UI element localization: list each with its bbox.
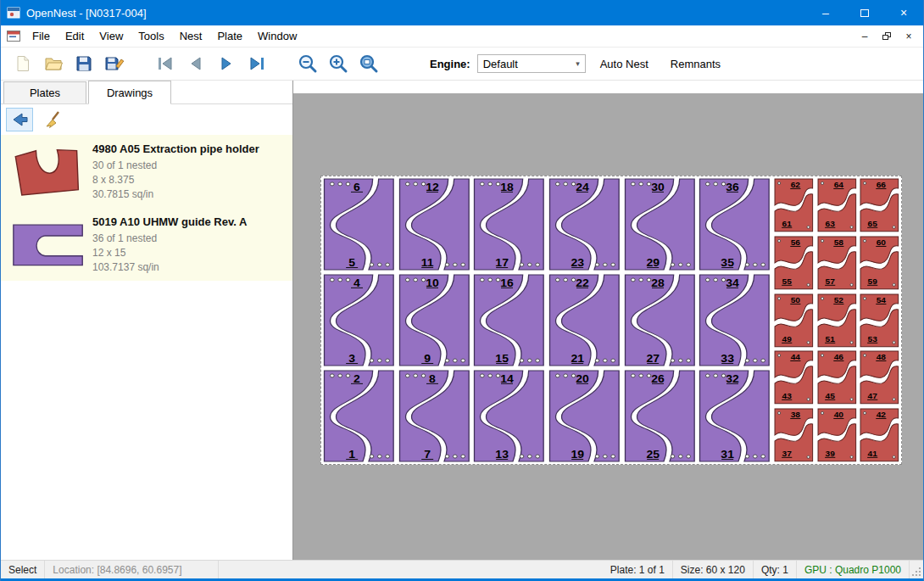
nested-part-pair-red[interactable]: 3837: [772, 406, 815, 464]
part-nested-count: 30 of 1 nested: [92, 159, 289, 173]
mdi-close-button[interactable]: ×: [899, 28, 919, 45]
nest-canvas[interactable]: 6512111817242330293635431091615222128273…: [293, 81, 923, 560]
menu-item-window[interactable]: Window: [250, 25, 304, 47]
nested-part-pair-purple[interactable]: 3635: [697, 176, 772, 272]
nested-part-pair-red[interactable]: 6059: [858, 234, 901, 292]
first-plate-button[interactable]: [150, 50, 181, 77]
svg-text:26: 26: [651, 373, 665, 385]
nested-part-pair-red[interactable]: 4847: [858, 349, 901, 406]
part-info: 5019 A10 UHMW guide Rev. A36 of 1 nested…: [92, 214, 289, 275]
nested-part-pair-purple[interactable]: 3231: [697, 368, 772, 464]
svg-text:30: 30: [651, 182, 665, 193]
part-size: 12 x 15: [92, 246, 289, 260]
nested-part-pair-purple[interactable]: 43: [321, 272, 397, 368]
svg-text:46: 46: [833, 352, 843, 361]
menu-item-nest[interactable]: Nest: [172, 25, 210, 47]
nested-part-pair-red[interactable]: 4241: [858, 406, 901, 464]
save-icon: [75, 55, 92, 72]
select-arrow-button[interactable]: [6, 108, 33, 131]
svg-text:17: 17: [496, 257, 509, 269]
drawing-list: 4980 A05 Extraction pipe holder30 of 1 n…: [1, 135, 292, 560]
chevron-down-icon: ▾: [565, 59, 580, 68]
drawing-list-item[interactable]: 5019 A10 UHMW guide Rev. A36 of 1 nested…: [1, 208, 292, 281]
clean-parts-button[interactable]: [40, 108, 67, 131]
save-as-button[interactable]: [99, 50, 130, 77]
nested-part-pair-purple[interactable]: 21: [321, 368, 397, 464]
menu-item-file[interactable]: File: [25, 25, 58, 47]
nested-part-pair-red[interactable]: 6261: [772, 176, 815, 234]
purple-grid: 6512111817242330293635431091615222128273…: [321, 176, 772, 464]
new-button[interactable]: [8, 50, 38, 77]
nested-part-pair-purple[interactable]: 1211: [397, 176, 472, 272]
nested-part-pair-purple[interactable]: 1817: [471, 176, 547, 272]
svg-text:18: 18: [501, 182, 515, 193]
nested-part-pair-red[interactable]: 4443: [772, 349, 815, 406]
nested-part-pair-red[interactable]: 5251: [815, 292, 859, 349]
tab-drawings[interactable]: Drawings: [88, 81, 171, 104]
part-size: 8 x 8.375: [92, 173, 289, 187]
auto-nest-button[interactable]: Auto Nest: [593, 53, 656, 75]
nested-part-pair-purple[interactable]: 109: [397, 272, 472, 368]
drawing-list-item[interactable]: 4980 A05 Extraction pipe holder30 of 1 n…: [1, 135, 292, 208]
canvas-ruler: [293, 81, 923, 93]
nested-part-pair-red[interactable]: 5049: [772, 292, 815, 349]
open-folder-icon: [44, 55, 63, 72]
restore-icon: [882, 32, 892, 41]
nested-part-pair-red[interactable]: 5453: [858, 292, 901, 349]
nested-part-pair-purple[interactable]: 3433: [697, 272, 772, 368]
menu-item-edit[interactable]: Edit: [58, 25, 92, 47]
nested-part-pair-red[interactable]: 5655: [772, 234, 815, 292]
svg-text:33: 33: [721, 353, 735, 365]
tab-plates[interactable]: Plates: [3, 81, 86, 103]
next-plate-button[interactable]: [211, 50, 242, 77]
close-button[interactable]: ×: [884, 0, 923, 25]
menu-item-tools[interactable]: Tools: [131, 25, 171, 47]
nested-part-pair-purple[interactable]: 2019: [547, 368, 622, 464]
nested-part-pair-purple[interactable]: 3029: [622, 176, 698, 272]
nested-part-pair-red[interactable]: 4039: [815, 406, 859, 464]
menu-item-view[interactable]: View: [92, 25, 131, 47]
main-toolbar: Engine: Default ▾ Auto Nest Remnants: [1, 47, 923, 81]
nested-part-pair-red[interactable]: 6665: [858, 176, 901, 234]
engine-select[interactable]: Default ▾: [477, 54, 586, 73]
blue-arrow-icon: [10, 111, 29, 128]
red-part-thumbnail-shape: [8, 140, 87, 203]
menu-item-plate[interactable]: Plate: [209, 25, 250, 47]
panel-tabs: Plates Drawings: [1, 81, 292, 104]
zoom-out-button[interactable]: [292, 50, 323, 77]
nested-part-pair-red[interactable]: 6463: [815, 176, 859, 234]
nested-part-pair-purple[interactable]: 2221: [547, 272, 622, 368]
nested-part-pair-red[interactable]: 4645: [815, 349, 859, 406]
last-plate-button[interactable]: [242, 50, 272, 77]
maximize-button[interactable]: [845, 0, 884, 25]
nested-part-pair-purple[interactable]: 2827: [622, 272, 698, 368]
previous-plate-button[interactable]: [181, 50, 211, 77]
zoom-in-button[interactable]: [323, 50, 353, 77]
resize-grip[interactable]: [910, 561, 923, 578]
nested-part-pair-red[interactable]: 5857: [815, 234, 859, 292]
nested-part-pair-purple[interactable]: 1413: [471, 368, 547, 464]
nested-part-pair-purple[interactable]: 1615: [471, 272, 547, 368]
app-window: OpenNest - [N0317-004] – × File Edit Vie…: [0, 0, 924, 581]
minimize-button[interactable]: –: [806, 0, 845, 25]
mdi-minimize-button[interactable]: –: [854, 28, 875, 45]
nest-plate[interactable]: 6512111817242330293635431091615222128273…: [320, 176, 902, 465]
zoom-fit-button[interactable]: [353, 50, 384, 77]
nested-part-pair-purple[interactable]: 2625: [622, 368, 698, 464]
save-button[interactable]: [69, 50, 99, 77]
main-body: Plates Drawings 4980 A05 Extraction pipe…: [1, 81, 923, 560]
broom-icon: [44, 110, 63, 129]
next-arrow-icon: [218, 56, 235, 71]
engine-label: Engine:: [430, 58, 470, 70]
nested-part-pair-purple[interactable]: 2423: [547, 176, 622, 272]
svg-text:19: 19: [571, 449, 584, 461]
status-location: Location: [84.8696, 60.6957]: [45, 561, 219, 578]
svg-text:58: 58: [833, 237, 843, 247]
nested-part-pair-purple[interactable]: 65: [321, 176, 397, 272]
previous-arrow-icon: [187, 56, 204, 71]
mdi-restore-button[interactable]: [877, 28, 897, 45]
remnants-button[interactable]: Remnants: [663, 53, 728, 75]
svg-text:22: 22: [576, 277, 589, 289]
nested-part-pair-purple[interactable]: 87: [397, 368, 472, 464]
open-button[interactable]: [38, 50, 69, 77]
